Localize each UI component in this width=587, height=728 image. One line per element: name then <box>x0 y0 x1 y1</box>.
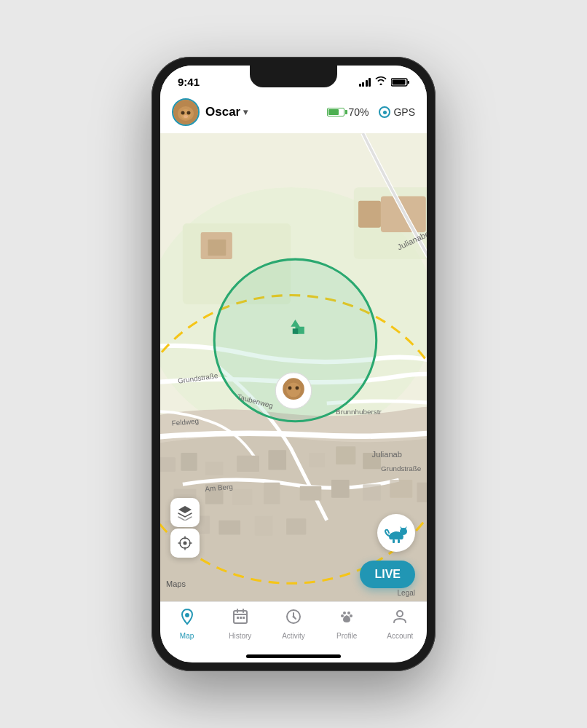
svg-rect-14 <box>208 240 226 256</box>
svg-rect-16 <box>358 201 381 228</box>
gps-indicator: GPS <box>379 106 415 118</box>
svg-rect-70 <box>237 617 239 619</box>
signal-icon <box>359 78 371 87</box>
pet-name-row[interactable]: Oscar ▾ <box>205 105 248 119</box>
tab-account-label: Account <box>387 632 413 640</box>
svg-rect-28 <box>264 483 280 505</box>
svg-rect-23 <box>336 446 355 464</box>
activity-tab-icon <box>285 608 302 630</box>
svg-point-6 <box>181 111 185 115</box>
status-time: 9:41 <box>178 76 200 88</box>
svg-rect-36 <box>363 484 381 500</box>
chevron-down-icon: ▾ <box>243 107 248 117</box>
maps-label: Maps <box>166 579 186 588</box>
tab-map[interactable]: Map <box>165 608 209 640</box>
tab-profile[interactable]: Profile <box>325 608 369 640</box>
tab-history-label: History <box>229 632 251 640</box>
svg-text:Julianab: Julianab <box>372 450 402 459</box>
svg-rect-21 <box>268 450 286 470</box>
svg-rect-63 <box>393 539 395 543</box>
svg-point-62 <box>400 528 407 535</box>
gps-icon <box>379 106 390 118</box>
svg-point-75 <box>343 612 346 614</box>
svg-rect-42 <box>293 328 298 333</box>
history-tab-icon <box>232 608 249 630</box>
cat-tracker-button[interactable] <box>377 514 415 552</box>
svg-point-65 <box>185 613 189 617</box>
svg-rect-35 <box>286 518 306 534</box>
map-controls <box>170 498 200 558</box>
phone-screen: 9:41 <box>160 66 427 662</box>
svg-rect-64 <box>398 539 400 543</box>
svg-text:Grundstraße: Grundstraße <box>381 464 422 472</box>
status-icons <box>359 76 410 87</box>
legal-label: Legal <box>398 589 415 597</box>
phone-device: 9:41 <box>151 57 436 671</box>
svg-rect-72 <box>243 617 245 619</box>
live-button[interactable]: LIVE <box>360 561 415 588</box>
svg-rect-17 <box>160 457 176 472</box>
profile-tab-icon <box>338 608 355 630</box>
tab-bar: Map History <box>160 601 427 654</box>
svg-point-47 <box>295 386 299 389</box>
svg-rect-30 <box>331 480 350 498</box>
svg-rect-19 <box>205 462 224 475</box>
svg-rect-22 <box>309 453 325 467</box>
svg-point-57 <box>184 542 187 545</box>
svg-rect-34 <box>255 516 273 536</box>
svg-point-46 <box>288 386 292 389</box>
svg-point-8 <box>184 115 188 118</box>
wifi-icon <box>375 76 387 87</box>
svg-point-77 <box>341 614 344 617</box>
map-area[interactable]: Julianaberg Grundstraße Taubenweg Feldwe… <box>160 133 427 601</box>
tab-activity-label: Activity <box>282 632 305 640</box>
tab-activity[interactable]: Activity <box>272 608 315 640</box>
svg-rect-37 <box>390 480 412 498</box>
svg-point-78 <box>350 614 352 617</box>
battery-indicator: 70% <box>327 106 369 118</box>
battery-fill <box>328 109 339 115</box>
tab-profile-label: Profile <box>336 632 357 640</box>
tab-map-label: Map <box>180 632 194 640</box>
battery-percent: 70% <box>348 106 369 118</box>
svg-rect-18 <box>181 453 197 471</box>
svg-point-74 <box>292 616 294 618</box>
svg-rect-38 <box>417 483 427 502</box>
tab-account[interactable]: Account <box>378 608 422 640</box>
svg-point-79 <box>397 611 403 617</box>
svg-rect-20 <box>237 456 259 472</box>
account-tab-icon <box>391 608 409 630</box>
battery-icon <box>327 108 344 116</box>
pet-selector[interactable]: Oscar ▾ <box>172 98 248 126</box>
gps-label: GPS <box>393 106 415 118</box>
svg-text:Brunnhuberstr: Brunnhuberstr <box>336 408 382 416</box>
svg-rect-33 <box>218 521 240 535</box>
header-status: 70% GPS <box>327 106 415 118</box>
battery-status-icon <box>391 78 409 87</box>
map-tab-icon <box>178 608 196 630</box>
svg-rect-27 <box>232 488 252 505</box>
home-bar <box>246 654 341 658</box>
svg-rect-1 <box>408 81 410 84</box>
svg-rect-71 <box>240 617 242 619</box>
app-header: Oscar ▾ 70% GPS <box>160 94 427 133</box>
svg-point-45 <box>286 383 301 397</box>
svg-rect-29 <box>300 486 322 501</box>
pet-avatar[interactable] <box>172 98 200 126</box>
svg-point-7 <box>187 111 191 115</box>
svg-point-76 <box>347 612 350 614</box>
tab-history[interactable]: History <box>218 608 262 640</box>
notch <box>250 66 337 87</box>
pet-name: Oscar <box>205 105 240 119</box>
location-center-button[interactable] <box>170 529 200 558</box>
map-layers-button[interactable] <box>170 498 200 527</box>
svg-rect-2 <box>393 79 406 84</box>
